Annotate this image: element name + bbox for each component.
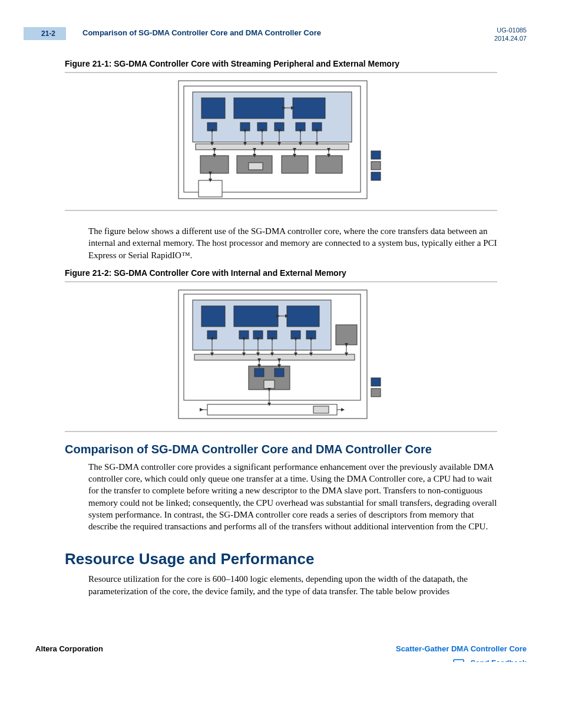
svg-rect-42	[239, 331, 249, 339]
svg-rect-67	[371, 378, 381, 386]
svg-rect-45	[291, 331, 300, 339]
svg-rect-44	[267, 331, 277, 339]
svg-rect-48	[194, 354, 355, 360]
section-2-title: Resource Usage and Performance	[65, 550, 527, 568]
divider	[65, 72, 497, 73]
svg-rect-4	[234, 98, 284, 118]
header-doc-meta: UG-01085 2014.24.07	[494, 26, 527, 43]
svg-rect-57	[254, 368, 264, 377]
footer-company: Altera Corporation	[35, 644, 103, 653]
figure-2-diagram	[65, 289, 497, 427]
page-number-badge: 21-2	[24, 27, 66, 40]
svg-rect-33	[371, 172, 381, 180]
svg-rect-46	[306, 331, 316, 339]
doc-id: UG-01085	[494, 26, 527, 34]
section-1-title: Comparison of SG-DMA Controller Core and…	[65, 443, 527, 456]
svg-rect-64	[313, 406, 329, 413]
svg-rect-10	[275, 123, 284, 131]
svg-rect-24	[316, 156, 342, 173]
divider	[65, 281, 497, 282]
send-feedback-link[interactable]: Send Feedback	[453, 658, 527, 662]
section-2-body: Resource utilization for the core is 600…	[88, 573, 497, 597]
svg-rect-38	[234, 306, 278, 327]
divider	[65, 431, 497, 432]
svg-rect-9	[257, 123, 267, 131]
svg-rect-58	[275, 368, 284, 377]
divider	[65, 210, 497, 211]
svg-rect-37	[201, 306, 225, 327]
svg-rect-59	[264, 380, 275, 388]
page-header: 21-2 Comparison of SG-DMA Controller Cor…	[0, 24, 562, 47]
svg-rect-29	[199, 180, 222, 197]
svg-rect-43	[253, 331, 263, 339]
svg-rect-47	[336, 325, 357, 345]
svg-rect-39	[287, 306, 319, 327]
section-1-body: The SG-DMA controller core provides a si…	[88, 461, 497, 533]
svg-rect-5	[293, 98, 325, 118]
footer-doc-link[interactable]: Scatter-Gather DMA Controller Core	[396, 644, 527, 653]
svg-rect-20	[200, 156, 229, 173]
svg-rect-8	[240, 123, 250, 131]
svg-rect-3	[201, 98, 225, 118]
svg-rect-13	[196, 144, 349, 150]
running-header-title: Comparison of SG-DMA Controller Core and…	[82, 28, 321, 37]
svg-rect-11	[296, 123, 305, 131]
svg-rect-23	[282, 156, 308, 173]
svg-rect-22	[249, 163, 263, 170]
speech-bubble-icon	[453, 658, 471, 662]
figure-1-caption: Figure 21-1: SG-DMA Controller Core with…	[65, 59, 527, 68]
doc-date: 2014.24.07	[494, 34, 527, 42]
figure-1-diagram	[65, 80, 497, 206]
svg-rect-12	[312, 123, 322, 131]
send-feedback-label: Send Feedback	[471, 658, 527, 662]
paragraph-1: The figure below shows a different use o…	[88, 225, 497, 261]
svg-rect-31	[371, 151, 381, 159]
svg-rect-41	[207, 331, 217, 339]
svg-rect-68	[371, 388, 381, 397]
svg-rect-7	[207, 123, 217, 131]
svg-rect-32	[371, 162, 381, 170]
figure-2-caption: Figure 21-2: SG-DMA Controller Core with…	[65, 268, 527, 278]
page-content: Figure 21-1: SG-DMA Controller Core with…	[0, 59, 562, 597]
